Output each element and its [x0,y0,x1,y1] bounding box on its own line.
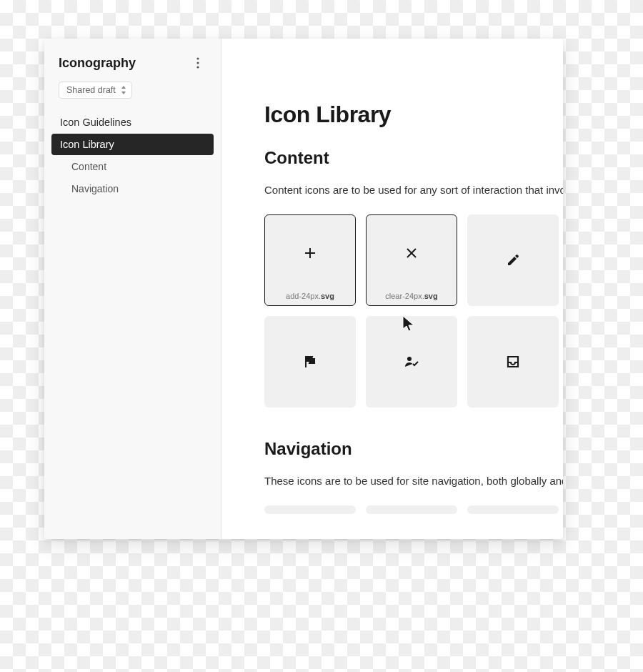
sidebar: Iconography Shared draft Icon Guidelines… [44,39,221,539]
icon-grid-content: add-24px.svg clear-24px.svg [264,214,563,407]
icon-tile-flag[interactable] [264,316,356,407]
icon-grid-navigation [264,505,563,514]
nav-item-navigation[interactable]: Navigation [51,178,214,199]
icon-tile-label: clear-24px.svg [385,292,437,300]
svg-rect-4 [305,252,315,254]
page-title: Icon Library [264,102,563,128]
user-check-icon [403,353,420,370]
section-desc-content: Content icons are to be used for any sor… [264,184,563,196]
nav-item-icon-library[interactable]: Icon Library [51,134,214,155]
svg-point-2 [196,66,199,68]
app-window: Iconography Shared draft Icon Guidelines… [44,39,563,539]
clear-icon [403,244,420,262]
icon-tile[interactable] [366,505,457,514]
flag-icon [301,353,319,370]
more-options-button[interactable] [189,54,206,71]
edit-icon [504,252,522,269]
icon-tile-edit[interactable] [467,214,559,306]
main-content: Icon Library Content Content icons are t… [221,39,563,539]
inbox-icon [504,353,522,370]
sidebar-header: Iconography [51,54,214,79]
add-icon [301,244,319,262]
status-select[interactable]: Shared draft [59,81,132,99]
svg-point-5 [407,357,412,361]
sidebar-title: Iconography [59,56,136,71]
kebab-icon [196,57,199,69]
nav-item-icon-guidelines[interactable]: Icon Guidelines [51,112,214,133]
sidebar-nav: Icon Guidelines Icon Library Content Nav… [51,112,214,199]
icon-tile-label: add-24px.svg [286,292,334,300]
icon-tile[interactable] [264,505,356,514]
status-select-label: Shared draft [66,85,116,95]
icon-tile-clear[interactable]: clear-24px.svg [366,214,457,306]
icon-tile-user-check[interactable] [366,316,457,407]
section-title-content: Content [264,148,563,168]
sort-icon [120,86,127,94]
icon-tile-add[interactable]: add-24px.svg [264,214,356,306]
section-title-navigation: Navigation [264,439,563,459]
nav-item-content[interactable]: Content [51,156,214,177]
icon-tile[interactable] [467,505,559,514]
svg-point-0 [196,57,199,59]
section-desc-navigation: These icons are to be used for site navi… [264,475,563,487]
icon-tile-inbox[interactable] [467,316,559,407]
svg-point-1 [196,61,199,64]
